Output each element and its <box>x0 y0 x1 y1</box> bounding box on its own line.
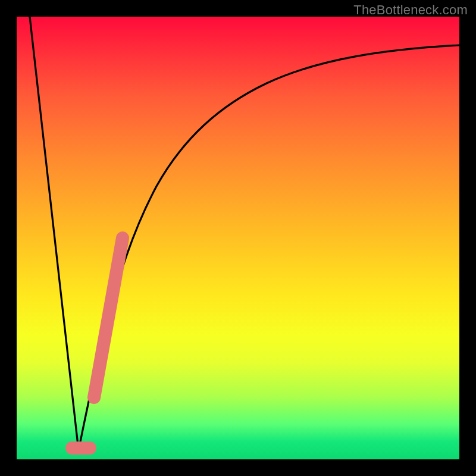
left-descent-line <box>30 17 79 450</box>
watermark-text: TheBottleneck.com <box>353 2 468 18</box>
chart-overlay <box>17 17 459 459</box>
diagonal-pink-segment <box>94 238 123 397</box>
chart-frame: TheBottleneck.com <box>0 0 476 476</box>
saturating-curve <box>79 45 459 450</box>
